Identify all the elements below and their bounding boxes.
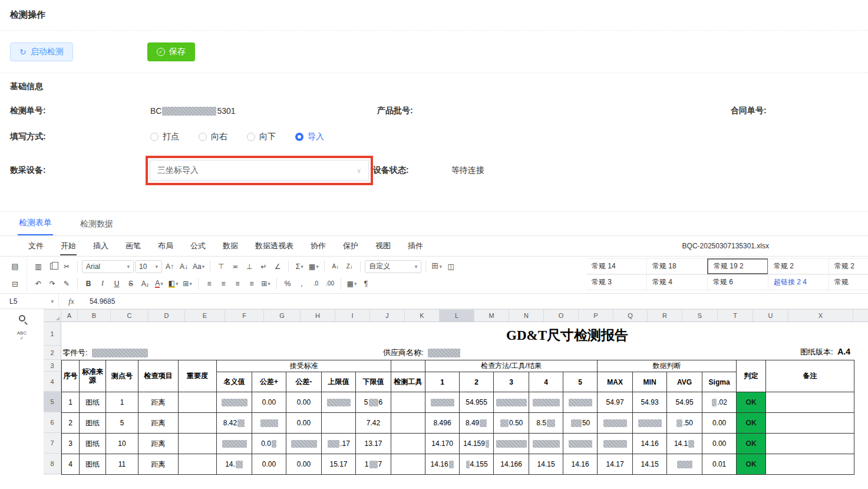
- bold-icon[interactable]: B: [82, 277, 95, 290]
- column-header-A[interactable]: A: [61, 310, 78, 321]
- cell[interactable]: [598, 413, 633, 434]
- align-justify-icon[interactable]: ≡: [245, 277, 258, 290]
- cell[interactable]: [766, 434, 854, 454]
- start-detection-button[interactable]: ↻ 启动检测: [10, 42, 73, 61]
- cell[interactable]: [766, 413, 854, 434]
- cell[interactable]: 4: [62, 454, 80, 475]
- style-cell[interactable]: 常规 14: [586, 258, 647, 274]
- column-header-I[interactable]: I: [335, 310, 370, 321]
- tab-detection-form[interactable]: 检测表单: [18, 212, 53, 235]
- menu-item-保护[interactable]: 保护: [342, 237, 359, 255]
- menu-item-画笔[interactable]: 画笔: [125, 237, 141, 255]
- subscript-icon[interactable]: A₂: [138, 277, 151, 290]
- change-case-icon[interactable]: Aa▾: [192, 260, 206, 273]
- save-button[interactable]: ✓ 保存: [147, 42, 195, 61]
- cell-name-box[interactable]: L5 ▾: [0, 294, 59, 309]
- conditional-format-icon[interactable]: ◫: [444, 260, 457, 273]
- cell[interactable]: [598, 434, 633, 454]
- header-cell[interactable]: 检测工具: [391, 372, 425, 392]
- cell[interactable]: [217, 434, 252, 454]
- cell[interactable]: 0.00: [252, 392, 286, 413]
- tab-detection-data[interactable]: 检测数据: [79, 213, 114, 235]
- cell[interactable]: 0.01: [702, 454, 737, 475]
- undo-icon[interactable]: ↶: [32, 277, 45, 290]
- cell[interactable]: 距离: [138, 413, 179, 434]
- cell[interactable]: [391, 434, 425, 454]
- cell[interactable]: [252, 413, 286, 434]
- menu-item-布局[interactable]: 布局: [157, 237, 174, 255]
- header-cell[interactable]: MAX: [598, 372, 633, 392]
- menu-item-公式[interactable]: 公式: [190, 237, 206, 255]
- row-header-7[interactable]: 7: [44, 433, 61, 454]
- redo-icon[interactable]: ↷: [46, 277, 59, 290]
- cell[interactable]: 10: [106, 434, 138, 454]
- header-cell[interactable]: AVG: [667, 372, 702, 392]
- cell[interactable]: [563, 392, 598, 413]
- column-header-B[interactable]: B: [78, 310, 111, 321]
- cell[interactable]: 8.5: [529, 413, 563, 434]
- cell[interactable]: [179, 454, 217, 475]
- show-marks-icon[interactable]: ¶: [359, 277, 372, 290]
- cell[interactable]: 8.496: [425, 413, 460, 434]
- cell[interactable]: 17: [356, 454, 391, 475]
- align-center-icon[interactable]: ≡: [217, 277, 230, 290]
- cell[interactable]: 14.16: [633, 434, 667, 454]
- cell[interactable]: OK: [737, 413, 766, 434]
- cell[interactable]: 0.00: [702, 413, 737, 434]
- search-icon[interactable]: [19, 315, 25, 321]
- cell[interactable]: 0.50: [494, 413, 529, 434]
- cell[interactable]: 0.00: [286, 454, 322, 475]
- header-cell[interactable]: 测点号: [106, 360, 138, 392]
- cell[interactable]: [322, 392, 356, 413]
- radio-向下[interactable]: 向下: [247, 132, 276, 142]
- header-cell[interactable]: 3: [494, 372, 529, 392]
- cell[interactable]: .50: [667, 413, 702, 434]
- select-all-corner[interactable]: ◢: [44, 310, 61, 321]
- cell[interactable]: 5: [106, 413, 138, 434]
- cell[interactable]: 54.955: [460, 392, 494, 413]
- menu-item-插入[interactable]: 插入: [93, 237, 109, 255]
- format-painter-icon[interactable]: ✎: [60, 277, 73, 290]
- style-cell[interactable]: 常规 19 2: [707, 258, 768, 274]
- header-group-judge[interactable]: 数据判断: [598, 360, 737, 372]
- cell[interactable]: 0.0: [252, 434, 286, 454]
- cell[interactable]: 8.49: [460, 413, 494, 434]
- column-header-P[interactable]: P: [579, 310, 613, 321]
- cell[interactable]: [425, 392, 460, 413]
- sort-desc-icon[interactable]: Z↓: [343, 260, 356, 273]
- style-cell[interactable]: 常规 4: [646, 274, 708, 290]
- column-header-U[interactable]: U: [753, 310, 788, 321]
- header-cell[interactable]: 下限值: [356, 372, 391, 392]
- cell[interactable]: 1: [106, 392, 138, 413]
- header-cell[interactable]: 判定: [737, 360, 766, 392]
- cell[interactable]: OK: [737, 434, 766, 454]
- cell[interactable]: 54.93: [633, 392, 667, 413]
- cell[interactable]: 14.15: [529, 454, 563, 475]
- column-header-N[interactable]: N: [509, 310, 544, 321]
- cell[interactable]: .17: [322, 434, 356, 454]
- cell[interactable]: 7.42: [356, 413, 391, 434]
- radio-导入[interactable]: 导入: [295, 132, 324, 142]
- font-bigger-icon[interactable]: A↑: [163, 260, 176, 273]
- table-style-icon[interactable]: ▦▾: [345, 277, 358, 290]
- cell[interactable]: 图纸: [80, 454, 106, 475]
- style-cell[interactable]: 常规 6: [707, 274, 768, 290]
- cell[interactable]: [391, 454, 425, 475]
- align-right-icon[interactable]: ≡: [231, 277, 244, 290]
- cell[interactable]: 8.42: [217, 413, 252, 434]
- style-cell[interactable]: 常规 2: [768, 258, 829, 274]
- cell[interactable]: [217, 392, 252, 413]
- style-cell[interactable]: 常规: [829, 274, 868, 290]
- comma-style-icon[interactable]: ,: [295, 277, 308, 290]
- cell[interactable]: 14.16: [425, 454, 460, 475]
- header-group-method[interactable]: 检查方法/工具/结果: [425, 360, 598, 372]
- cut-icon[interactable]: ✂: [60, 260, 73, 273]
- cell[interactable]: [633, 413, 667, 434]
- spellcheck-icon[interactable]: ABC✓: [17, 331, 27, 342]
- column-header-F[interactable]: F: [225, 310, 264, 321]
- header-cell[interactable]: MIN: [633, 372, 667, 392]
- column-header-X[interactable]: X: [788, 310, 853, 321]
- sort-asc-icon[interactable]: A↓: [329, 260, 342, 273]
- header-cell[interactable]: 5: [563, 372, 598, 392]
- text-rotate-icon[interactable]: ∠: [271, 260, 284, 273]
